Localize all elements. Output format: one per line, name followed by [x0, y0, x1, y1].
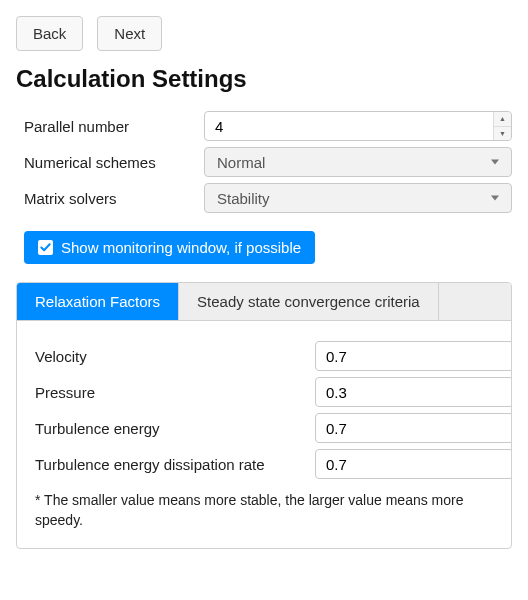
parallel-number-step-down[interactable]: ▼: [493, 127, 511, 141]
tab-relaxation-factors[interactable]: Relaxation Factors: [17, 283, 179, 320]
chevron-down-icon: [491, 196, 499, 201]
pressure-input[interactable]: [315, 377, 512, 407]
parallel-number-input[interactable]: [204, 111, 512, 141]
tab-convergence-criteria[interactable]: Steady state convergence criteria: [179, 283, 439, 320]
numerical-schemes-select[interactable]: Normal: [204, 147, 512, 177]
parallel-number-step-up[interactable]: ▲: [493, 112, 511, 127]
show-monitoring-label: Show monitoring window, if possible: [61, 239, 301, 256]
back-button[interactable]: Back: [16, 16, 83, 51]
pressure-label: Pressure: [35, 384, 315, 401]
turbulence-energy-input[interactable]: [315, 413, 512, 443]
parallel-number-label: Parallel number: [24, 118, 204, 135]
page-title: Calculation Settings: [16, 65, 512, 93]
numerical-schemes-label: Numerical schemes: [24, 154, 204, 171]
matrix-solvers-value: Stability: [217, 190, 270, 207]
checkbox-checked-icon: [38, 240, 53, 255]
turbulence-dissipation-input[interactable]: [315, 449, 512, 479]
matrix-solvers-label: Matrix solvers: [24, 190, 204, 207]
matrix-solvers-select[interactable]: Stability: [204, 183, 512, 213]
next-button[interactable]: Next: [97, 16, 162, 51]
turbulence-dissipation-label: Turbulence energy dissipation rate: [35, 456, 315, 473]
chevron-down-icon: [491, 160, 499, 165]
numerical-schemes-value: Normal: [217, 154, 265, 171]
relaxation-note: * The smaller value means more stable, t…: [35, 491, 493, 530]
velocity-input[interactable]: [315, 341, 512, 371]
show-monitoring-checkbox[interactable]: Show monitoring window, if possible: [24, 231, 315, 264]
settings-tab-panel: Relaxation Factors Steady state converge…: [16, 282, 512, 549]
velocity-label: Velocity: [35, 348, 315, 365]
turbulence-energy-label: Turbulence energy: [35, 420, 315, 437]
